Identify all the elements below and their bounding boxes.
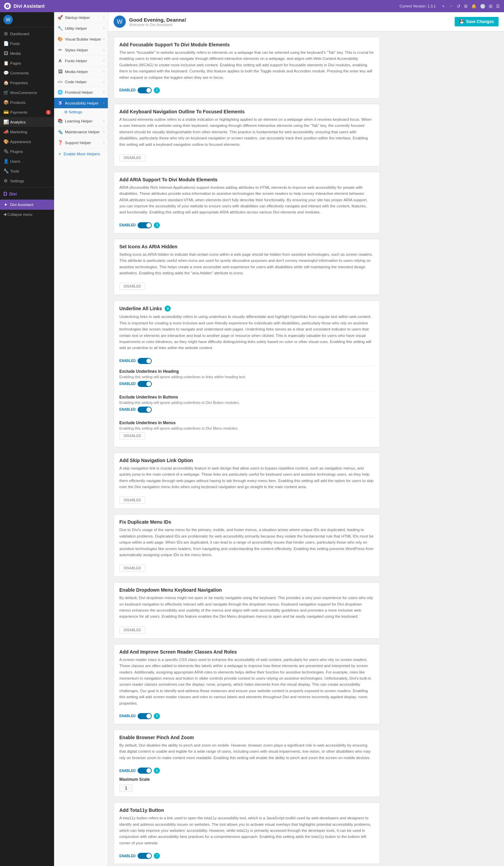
grid-icon[interactable]: ⊞	[489, 4, 493, 9]
dashboard-icon: ⊞	[3, 31, 8, 36]
sidebar-item-payments[interactable]: 💳 Payments 1	[0, 107, 54, 117]
sidebar-item-products[interactable]: 📦 Products	[0, 98, 54, 107]
setting-skip-nav-title: Add Skip Navigation Link Option	[119, 458, 374, 463]
setting-duplicate-ids: Fix Duplicate Menu IDs Due to Divi's usa…	[114, 514, 380, 577]
plugin-sidebar-code[interactable]: </> Code Helper ›	[54, 77, 108, 87]
setting-skip-nav-body: DISABLED	[114, 493, 380, 509]
tota11y-track[interactable]	[138, 853, 152, 859]
sub-exclude-heading-toggle[interactable]: ENABLED	[119, 381, 374, 387]
setting-skip-nav-desc: A skip navigation link is crucial access…	[119, 465, 374, 490]
setting-pinch-desc: By default, Divi disables the ability to…	[119, 742, 374, 761]
plugin-sidebar-fonts[interactable]: A Fonts Helper ›	[54, 55, 108, 66]
code-label: Code Helper	[65, 80, 101, 84]
sidebar-item-pages[interactable]: 📋 Pages	[0, 58, 54, 68]
aria-toggle[interactable]: ENABLED 3	[119, 222, 374, 228]
sub-buttons-track[interactable]	[138, 407, 152, 413]
divi-assistant-nav-icon: ✦	[3, 202, 8, 207]
save-changes-button-top[interactable]: 💾 Save Changes	[455, 17, 499, 26]
sidebar-label-media: Media	[10, 52, 51, 55]
plugin-sidebar-settings-sub[interactable]: ⚙ Settings	[54, 109, 108, 116]
sidebar-item-posts[interactable]: 📄 Posts	[0, 38, 54, 48]
screen-reader-badge: 5	[154, 713, 160, 719]
focusable-toggle-track[interactable]	[138, 87, 152, 93]
collapse-menu[interactable]: ◀ Collapse menu	[0, 210, 54, 219]
sidebar-item-users[interactable]: 👤 Users	[0, 156, 54, 166]
setting-icons-aria-body: DISABLED	[114, 279, 380, 295]
undo-icon[interactable]: ↺	[457, 4, 460, 9]
plugin-sidebar-learning[interactable]: 📚 Learning Helper ›	[54, 116, 108, 126]
divi-logo-icon: D	[3, 191, 8, 197]
sidebar-divi[interactable]: D Divi	[0, 189, 54, 200]
sidebar-item-woocommerce[interactable]: 🛒 WooCommerce	[0, 88, 54, 98]
setting-pinch-body: ENABLED 6 Maximum Scale 1	[114, 764, 380, 797]
plugin-sidebar-styles[interactable]: ✏ Styles Helper ›	[54, 45, 108, 55]
aria-toggle-track[interactable]	[138, 222, 152, 228]
plugin-sidebar-accessibility[interactable]: ♿ Accessibility Helper ›	[54, 98, 108, 109]
sidebar-item-tools[interactable]: 🔧 Tools	[0, 166, 54, 176]
collapse-label: Collapse menu	[8, 212, 32, 216]
collapse-icon: ◀	[3, 212, 6, 216]
keyboard-toggle[interactable]: DISABLED	[119, 154, 374, 162]
tota11y-toggle[interactable]: ENABLED 7	[119, 853, 374, 859]
media-icon: 🖼	[3, 51, 8, 56]
sidebar-item-comments[interactable]: 💬 Comments	[0, 68, 54, 78]
setting-icons-aria: Set Icons As ARIA Hidden Setting icons a…	[114, 239, 380, 295]
clock-icon[interactable]: 🕐	[480, 4, 485, 9]
screen-reader-track[interactable]	[138, 713, 152, 719]
bell-icon[interactable]: 🔔	[471, 4, 477, 9]
plugin-sidebar-frontend[interactable]: 🌐 Frontend Helper ›	[54, 87, 108, 98]
users-icon: 👤	[3, 159, 8, 164]
sidebar-item-marketing[interactable]: 📣 Marketing	[0, 127, 54, 137]
sidebar-item-dashboard[interactable]: ⊞ Dashboard	[0, 29, 54, 38]
underline-toggle-track[interactable]	[138, 358, 152, 364]
plugin-sidebar-support[interactable]: ❓ Support Helper ›	[54, 137, 108, 148]
focusable-toggle-thumb	[146, 88, 151, 93]
focusable-toggle[interactable]: ENABLED 2	[119, 87, 374, 93]
sidebar-label-appearance: Appearance	[10, 140, 51, 144]
pinch-toggle[interactable]: ENABLED 6	[119, 768, 374, 774]
maintenance-label: Maintenance Helper	[65, 130, 101, 134]
plus-icon[interactable]: ＋	[441, 3, 446, 9]
styles-icon: ✏	[57, 47, 63, 53]
minus-icon[interactable]: －	[449, 3, 453, 9]
underline-toggle[interactable]: ENABLED	[119, 358, 374, 364]
duplicate-state: DISABLED	[124, 566, 141, 570]
setting-dropdown-title: Enable Dropdown Menu Keyboard Navigation	[119, 587, 374, 593]
plugin-sidebar-startup[interactable]: 🚀 Startup Helper ›	[54, 12, 108, 23]
setting-focusable-title: Add Focusable Support To Divi Module Ele…	[119, 42, 374, 47]
sidebar-item-analytics[interactable]: 📊 Analytics	[0, 117, 54, 127]
sub-exclude-buttons-toggle[interactable]: ENABLED	[119, 407, 374, 413]
plugin-sidebar-maintenance[interactable]: 🔩 Maintenance Helper ›	[54, 126, 108, 137]
setting-keyboard-desc: A focused elements outline refers to a v…	[119, 116, 374, 147]
menu-icon[interactable]: ☰	[496, 4, 500, 9]
top-bar: ✦ Divi Assistant Current Version: 1.3.1 …	[0, 0, 504, 12]
sub-buttons-state: ENABLED	[119, 408, 136, 411]
visual-builder-label: Visual Builder Helper	[65, 37, 101, 41]
maintenance-icon: 🔩	[57, 129, 63, 134]
sidebar-item-properties[interactable]: 🏠 Properties	[0, 78, 54, 88]
screen-reader-toggle[interactable]: ENABLED 5	[119, 713, 374, 719]
startup-label: Startup Helper	[65, 15, 101, 20]
icons-aria-state: DISABLED	[124, 285, 141, 288]
plugin-sidebar-utility[interactable]: 🔧 Utility Helper ›	[54, 23, 108, 34]
plugin-sidebar-visual-builder[interactable]: 🎨 Visual Builder Helper ›	[54, 34, 108, 45]
sidebar-item-appearance[interactable]: 🎨 Appearance	[0, 137, 54, 146]
sidebar-item-settings[interactable]: ⚙ Settings	[0, 176, 54, 186]
main-content: W Good Evening, Deanna! Welcome to Divi …	[108, 12, 504, 866]
sidebar-item-divi-assistant[interactable]: ✦ Divi Assistant	[0, 200, 54, 210]
sub-menus-state: DISABLED	[124, 434, 141, 438]
sidebar-item-plugins[interactable]: 🔌 Plugins	[0, 146, 54, 156]
setting-keyboard-title: Add Keyboard Navigation Outline To Focus…	[119, 109, 374, 114]
gear-icon[interactable]: ⚙	[464, 4, 468, 9]
screen-reader-state: ENABLED	[119, 714, 136, 718]
utility-icon: 🔧	[57, 26, 63, 31]
sub-setting-exclude-heading: Exclude Underlines In Heading Enabling t…	[119, 366, 374, 390]
sub-heading-track[interactable]	[138, 381, 152, 387]
sub-exclude-menus-desc: Enabling this setting will ignore adding…	[119, 426, 374, 430]
pinch-track[interactable]	[138, 768, 152, 774]
sidebar-divi-assistant-label: Divi Assistant	[10, 203, 51, 207]
aria-badge: 3	[154, 222, 160, 228]
enable-more-helpers[interactable]: ＋ Enable More Helpers	[54, 148, 108, 160]
sidebar-item-media[interactable]: 🖼 Media	[0, 48, 54, 58]
plugin-sidebar-media[interactable]: 🖼 Media Helper ›	[54, 66, 108, 77]
